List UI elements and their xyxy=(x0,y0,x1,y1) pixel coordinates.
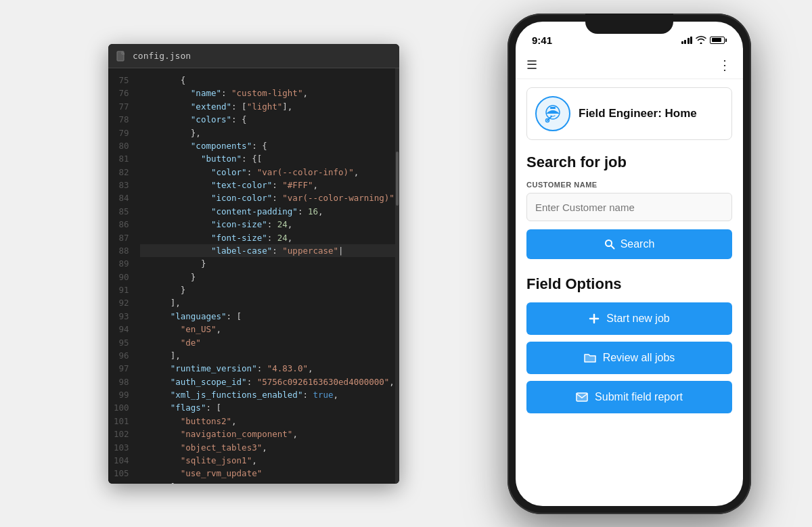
editor-filename: config.json xyxy=(133,51,191,61)
token xyxy=(140,416,181,426)
token: "navigation_component" xyxy=(181,429,293,439)
code-line: } xyxy=(140,257,395,270)
token: , xyxy=(262,442,267,453)
code-content[interactable]: { "name": "custom-light", "extend": ["li… xyxy=(137,68,395,484)
code-line: "content-padding": 16, xyxy=(140,205,395,218)
line-number: 79 xyxy=(114,127,129,139)
start-new-job-button[interactable]: Start new job xyxy=(526,302,732,335)
phone-notch xyxy=(585,14,673,34)
token xyxy=(140,219,211,229)
search-button-icon xyxy=(604,239,615,250)
line-number: 95 xyxy=(114,336,129,349)
line-number: 82 xyxy=(114,166,129,179)
folder-icon xyxy=(584,352,596,363)
token: } xyxy=(140,272,196,282)
hamburger-menu-icon[interactable]: ☰ xyxy=(526,58,537,72)
token: "color" xyxy=(211,167,247,177)
code-line: "colors": { xyxy=(140,113,395,126)
line-number: 78 xyxy=(114,113,129,126)
search-section-title: Search for job xyxy=(526,154,732,171)
token xyxy=(140,390,171,400)
code-line: }, xyxy=(140,127,395,139)
phone-container: 9:41 xyxy=(508,14,751,514)
token: , xyxy=(318,206,323,216)
line-number: 105 xyxy=(114,467,129,480)
line-number: 106 xyxy=(114,480,129,484)
signal-bar-3 xyxy=(687,38,690,44)
token xyxy=(140,363,171,373)
review-all-jobs-button[interactable]: Review all jobs xyxy=(526,342,732,374)
token: "colors" xyxy=(191,114,231,124)
customer-name-input[interactable] xyxy=(526,193,732,221)
scrollbar-thumb[interactable] xyxy=(396,152,399,206)
token: , xyxy=(288,219,293,229)
code-line: "auth_scope_id": "5756c0926163630ed40000… xyxy=(140,375,395,388)
line-number: 101 xyxy=(114,415,129,428)
code-line: "languages": [ xyxy=(140,310,395,323)
token: "buttons2" xyxy=(181,416,231,426)
search-button[interactable]: Search xyxy=(526,229,732,259)
code-line: "button": {[ xyxy=(140,152,395,165)
token: "languages" xyxy=(171,311,227,321)
token xyxy=(140,101,191,112)
token: : {[ xyxy=(242,154,262,164)
token: ], xyxy=(282,101,292,112)
token: : xyxy=(247,377,257,387)
token: : { xyxy=(231,114,247,124)
app-content: Field Engineer: Home Search for job CUST… xyxy=(516,79,743,421)
scrollbar[interactable] xyxy=(395,68,399,484)
token: "light" xyxy=(247,101,283,112)
token: : xyxy=(247,167,257,177)
code-line: "label-case": "uppercase"| xyxy=(140,244,395,257)
line-number: 99 xyxy=(114,388,129,401)
phone-screen: 9:41 xyxy=(516,22,743,506)
token: "label-case" xyxy=(211,246,272,256)
line-number: 96 xyxy=(114,349,129,362)
token: , xyxy=(252,455,257,465)
plus-icon xyxy=(589,313,600,324)
engineer-card-title: Field Engineer: Home xyxy=(579,107,697,120)
submit-field-report-button[interactable]: Submit field report xyxy=(526,381,732,413)
line-number: 88 xyxy=(114,244,129,257)
token: : xyxy=(257,363,267,373)
token: "content-padding" xyxy=(211,206,298,216)
code-line: "buttons2", xyxy=(140,415,395,428)
code-line: "en_US", xyxy=(140,323,395,336)
signal-bar-4 xyxy=(690,37,692,44)
token: "xml_js_functions_enabled" xyxy=(171,390,303,400)
line-number: 89 xyxy=(114,257,129,270)
more-options-icon[interactable]: ⋮ xyxy=(718,57,732,73)
token xyxy=(140,429,181,439)
engineer-avatar xyxy=(535,96,570,131)
line-number: 91 xyxy=(114,283,129,296)
code-line: ], xyxy=(140,349,395,362)
signal-bar-1 xyxy=(681,41,683,44)
phone-frame: 9:41 xyxy=(508,14,751,514)
token: "uppercase" xyxy=(282,246,338,256)
file-icon xyxy=(116,51,127,62)
line-number: 94 xyxy=(114,323,129,336)
code-line: } xyxy=(140,283,395,296)
code-line: { xyxy=(140,74,395,87)
svg-line-7 xyxy=(611,246,614,249)
line-number: 90 xyxy=(114,271,129,283)
token: "en_US" xyxy=(181,324,217,334)
token xyxy=(140,114,191,124)
token: "object_tables3" xyxy=(181,442,262,453)
token xyxy=(140,167,211,177)
battery-icon xyxy=(710,37,727,44)
engineer-icon xyxy=(541,101,565,126)
token: : xyxy=(267,233,277,243)
line-number: 85 xyxy=(114,205,129,218)
token xyxy=(140,338,181,348)
token: | xyxy=(338,246,344,256)
token: "use_rvm_update" xyxy=(181,468,262,478)
field-options-title: Field Options xyxy=(526,275,732,293)
code-line: "sqlite_json1", xyxy=(140,454,395,467)
token: "sqlite_json1" xyxy=(181,455,252,465)
editor-body: 7576777879808182838485868788899091929394… xyxy=(108,68,399,484)
token: : { xyxy=(252,141,267,151)
code-line: "text-color": "#FFF", xyxy=(140,179,395,191)
line-number: 86 xyxy=(114,218,129,231)
line-number: 102 xyxy=(114,428,129,440)
